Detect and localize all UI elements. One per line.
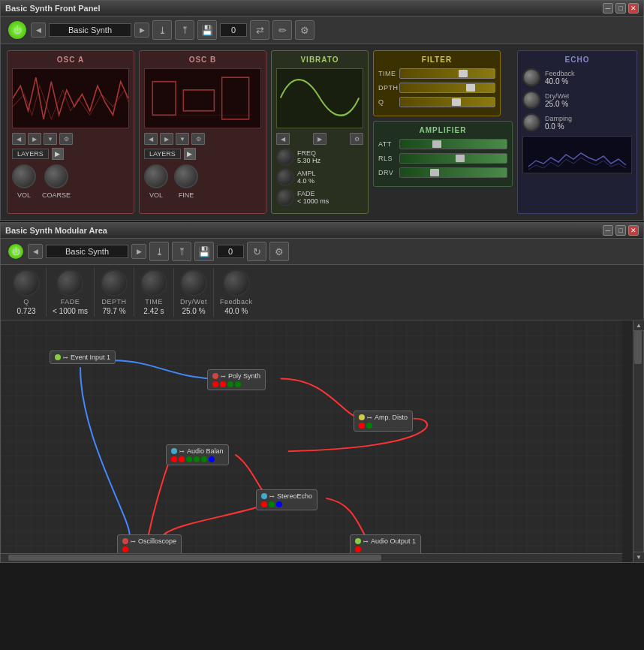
port-amp-disto-1[interactable] <box>366 423 372 429</box>
modular-nodes-layer: ↦Event Input 1↦Poly Synth↦Amp. Disto↦Aud… <box>1 320 622 546</box>
vibrato-freq-knob[interactable] <box>276 148 294 166</box>
front-import-button[interactable]: ⤓ <box>152 20 172 40</box>
modular-prev-button[interactable]: ◀ <box>28 244 43 259</box>
modular-next-button[interactable]: ▶ <box>131 244 146 259</box>
front-power-button[interactable]: ⏻ <box>7 20 28 41</box>
port-amp-disto-0[interactable] <box>359 423 365 429</box>
port-audio-balan-4[interactable] <box>201 456 207 462</box>
filter-q-handle[interactable] <box>452 98 461 106</box>
vertical-scrollbar[interactable]: ▼ ▲ <box>633 320 643 562</box>
filter-q-slider[interactable] <box>399 97 495 107</box>
amp-drv-handle[interactable] <box>430 169 439 176</box>
port-poly-synth-2[interactable] <box>227 381 233 387</box>
modular-minimize-button[interactable]: ─ <box>603 225 613 236</box>
filter-time-handle[interactable] <box>459 70 468 77</box>
filter-dpth-handle[interactable] <box>466 84 475 92</box>
vibrato-fade-knob[interactable] <box>276 188 294 206</box>
param-knob-2[interactable] <box>101 269 128 296</box>
modular-close-button[interactable]: ✕ <box>628 225 639 236</box>
module-node-stereo-echo[interactable]: ↦StereoEcho <box>256 489 317 510</box>
front-maximize-button[interactable]: □ <box>615 3 626 14</box>
horizontal-scrollbar[interactable] <box>1 553 622 562</box>
front-pencil-button[interactable]: ✏ <box>272 20 292 40</box>
vibrato-ampl-knob[interactable] <box>276 168 294 186</box>
param-knob-5[interactable] <box>223 269 250 296</box>
param-knob-3[interactable] <box>140 269 167 296</box>
module-node-amp-disto[interactable]: ↦Amp. Disto <box>354 411 413 432</box>
osc-a-prev-btn[interactable]: ◀ <box>12 133 26 145</box>
osc-a-layers-btn[interactable]: ▶ <box>52 148 64 160</box>
modular-settings-button[interactable]: ⚙ <box>269 242 289 261</box>
front-next-button[interactable]: ▶ <box>134 23 149 38</box>
port-stereo-echo-0[interactable] <box>261 501 267 507</box>
module-node-event-input[interactable]: ↦Event Input 1 <box>50 351 116 364</box>
echo-drywet-knob[interactable] <box>522 91 540 109</box>
modular-preset-num[interactable]: 0 <box>217 245 244 258</box>
osc-b-settings-btn[interactable]: ⚙ <box>191 133 205 145</box>
amp-rls-handle[interactable] <box>456 155 465 162</box>
vscroll-thumb[interactable] <box>634 328 642 364</box>
vibrato-settings-btn[interactable]: ⚙ <box>350 133 363 145</box>
port-audio-balan-1[interactable] <box>179 456 185 462</box>
port-oscilloscope-0[interactable] <box>122 546 128 552</box>
amp-att-handle[interactable] <box>432 140 441 148</box>
amp-att-slider[interactable] <box>399 139 507 149</box>
module-node-audio-output[interactable]: ↦Audio Output 1 <box>350 534 421 553</box>
front-preset-num[interactable]: 0 <box>220 23 247 37</box>
osc-b-fine-knob[interactable] <box>174 164 198 188</box>
vscroll-up-arrow[interactable]: ▲ <box>633 320 644 331</box>
filter-dpth-slider[interactable] <box>399 83 495 93</box>
front-export-button[interactable]: ⤒ <box>175 20 194 40</box>
osc-a-vol-knob[interactable] <box>12 164 36 188</box>
port-stereo-echo-1[interactable] <box>269 501 275 507</box>
module-node-audio-balan[interactable]: ↦Audio Balan <box>166 444 229 465</box>
port-poly-synth-3[interactable] <box>235 381 241 387</box>
osc-a-coarse-knob[interactable] <box>44 164 68 188</box>
osc-b-prev-btn[interactable]: ◀ <box>144 133 158 145</box>
osc-b-vol-knob[interactable] <box>144 164 168 188</box>
vscroll-down-arrow[interactable]: ▼ <box>633 552 644 562</box>
modular-maximize-button[interactable]: □ <box>615 225 626 236</box>
osc-b-layers-btn[interactable]: ▶ <box>184 148 196 160</box>
port-audio-balan-2[interactable] <box>186 456 192 462</box>
front-prev-button[interactable]: ◀ <box>31 23 46 38</box>
front-save-button[interactable]: 💾 <box>197 20 217 40</box>
osc-b-down-btn[interactable]: ▼ <box>176 133 189 145</box>
modular-preset-name[interactable]: Basic Synth <box>46 245 128 258</box>
amp-drv-slider[interactable] <box>399 167 507 178</box>
front-minimize-button[interactable]: ─ <box>603 3 613 14</box>
modular-sync-button[interactable]: ↻ <box>247 242 266 261</box>
port-audio-balan-5[interactable] <box>209 456 215 462</box>
modular-save-button[interactable]: 💾 <box>194 242 214 261</box>
osc-a-next-btn[interactable]: ▶ <box>28 133 41 145</box>
port-poly-synth-1[interactable] <box>220 381 226 387</box>
param-knob-0[interactable] <box>13 269 40 296</box>
osc-a-down-btn[interactable]: ▼ <box>44 133 57 145</box>
module-node-poly-synth[interactable]: ↦Poly Synth <box>207 369 266 390</box>
module-node-oscilloscope[interactable]: ↦Oscilloscope <box>117 534 182 553</box>
osc-a-settings-btn[interactable]: ⚙ <box>59 133 73 145</box>
osc-b-next-btn[interactable]: ▶ <box>160 133 173 145</box>
vibrato-prev-btn[interactable]: ◀ <box>276 133 290 145</box>
modular-import-button[interactable]: ⤓ <box>149 242 169 261</box>
port-audio-balan-3[interactable] <box>194 456 200 462</box>
hscroll-thumb[interactable] <box>8 555 381 561</box>
port-audio-balan-0[interactable] <box>171 456 177 462</box>
param-knob-4[interactable] <box>180 269 207 296</box>
front-preset-name[interactable]: Basic Synth <box>49 23 131 37</box>
modular-export-button[interactable]: ⤒ <box>172 242 191 261</box>
port-poly-synth-0[interactable] <box>212 381 218 387</box>
port-audio-output-0[interactable] <box>355 546 361 552</box>
echo-damping-knob[interactable] <box>522 113 540 131</box>
param-knob-1[interactable] <box>56 269 83 296</box>
port-stereo-echo-2[interactable] <box>276 501 282 507</box>
vibrato-next-btn[interactable]: ▶ <box>313 133 327 145</box>
front-midi-button[interactable]: ⇄ <box>250 20 269 40</box>
front-settings-button[interactable]: ⚙ <box>295 20 314 40</box>
filter-time-row: TIME <box>378 68 495 79</box>
modular-power-button[interactable]: ⏻ <box>7 242 25 260</box>
amp-rls-slider[interactable] <box>399 153 507 164</box>
filter-time-slider[interactable] <box>399 68 495 79</box>
front-close-button[interactable]: ✕ <box>628 3 639 14</box>
echo-feedback-knob[interactable] <box>522 68 540 86</box>
